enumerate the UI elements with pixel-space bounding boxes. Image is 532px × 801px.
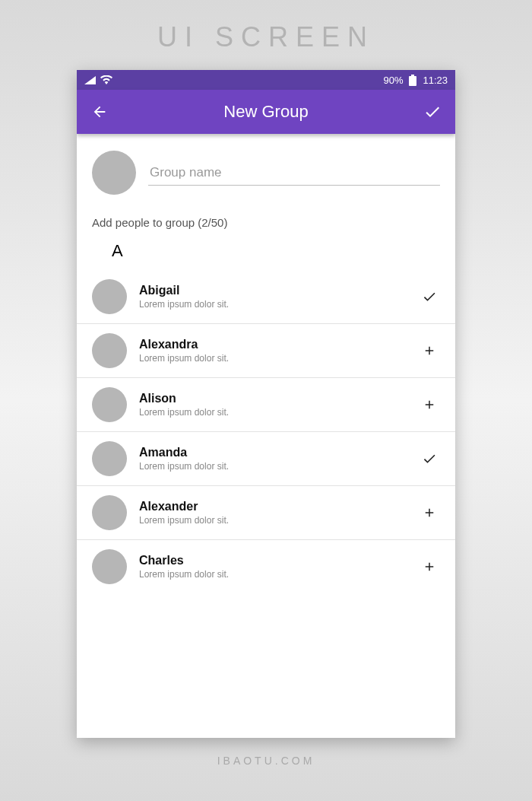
contact-name: Alexander: [139, 500, 407, 513]
check-icon: [423, 103, 442, 121]
contact-subtitle: Lorem ipsum dolor sit.: [139, 569, 407, 580]
back-button[interactable]: [87, 100, 112, 124]
avatar: [92, 333, 127, 368]
battery-icon: [409, 75, 416, 86]
selected-toggle[interactable]: [419, 448, 440, 469]
content-area: Add people to group (2/50) A AbigailLore…: [77, 134, 455, 738]
contact-name: Alexandra: [139, 338, 407, 351]
add-people-label: Add people to group (2/50): [77, 202, 455, 237]
wifi-icon: [100, 75, 112, 84]
selected-toggle[interactable]: [419, 286, 440, 307]
clock: 11:23: [423, 75, 448, 86]
avatar: [92, 279, 127, 314]
plus-icon: [423, 506, 436, 520]
avatar: [92, 549, 127, 584]
plus-icon: [423, 560, 436, 574]
plus-icon: [423, 398, 436, 412]
contacts-list: AbigailLorem ipsum dolor sit.AlexandraLo…: [77, 270, 455, 593]
add-toggle[interactable]: [419, 394, 440, 415]
add-toggle[interactable]: [419, 502, 440, 523]
phone-frame: 90% 11:23 New Group Add people to group …: [77, 70, 455, 738]
confirm-button[interactable]: [420, 100, 445, 124]
contact-subtitle: Lorem ipsum dolor sit.: [139, 515, 407, 526]
contact-text: AmandaLorem ipsum dolor sit.: [139, 446, 407, 472]
contact-row[interactable]: CharlesLorem ipsum dolor sit.: [77, 540, 455, 593]
battery-percent: 90%: [383, 75, 403, 86]
signal-icon: [84, 76, 96, 84]
arrow-left-icon: [91, 103, 108, 120]
group-name-input[interactable]: [148, 161, 440, 186]
contact-text: AbigailLorem ipsum dolor sit.: [139, 284, 407, 310]
contact-name: Abigail: [139, 284, 407, 297]
app-bar: New Group: [77, 90, 455, 134]
avatar: [92, 441, 127, 476]
contact-text: AlisonLorem ipsum dolor sit.: [139, 392, 407, 418]
section-letter: A: [77, 237, 455, 270]
avatar: [92, 495, 127, 530]
status-bar: 90% 11:23: [77, 70, 455, 90]
contact-name: Amanda: [139, 446, 407, 459]
page-footer: IBAOTU.COM: [217, 755, 315, 767]
contact-subtitle: Lorem ipsum dolor sit.: [139, 353, 407, 364]
check-icon: [422, 451, 437, 466]
contact-row[interactable]: AmandaLorem ipsum dolor sit.: [77, 432, 455, 486]
appbar-title: New Group: [112, 102, 420, 122]
avatar: [92, 387, 127, 422]
contact-text: AlexanderLorem ipsum dolor sit.: [139, 500, 407, 526]
svg-rect-0: [411, 75, 414, 76]
contact-name: Charles: [139, 554, 407, 567]
check-icon: [422, 289, 437, 304]
contact-name: Alison: [139, 392, 407, 405]
contact-text: AlexandraLorem ipsum dolor sit.: [139, 338, 407, 364]
add-toggle[interactable]: [419, 556, 440, 577]
contact-row[interactable]: AbigailLorem ipsum dolor sit.: [77, 270, 455, 324]
contact-row[interactable]: AlexanderLorem ipsum dolor sit.: [77, 486, 455, 540]
plus-icon: [423, 344, 436, 358]
group-name-row: [77, 134, 455, 202]
contact-subtitle: Lorem ipsum dolor sit.: [139, 299, 407, 310]
group-avatar-placeholder[interactable]: [92, 151, 136, 195]
contact-subtitle: Lorem ipsum dolor sit.: [139, 407, 407, 418]
contact-row[interactable]: AlisonLorem ipsum dolor sit.: [77, 378, 455, 432]
contact-row[interactable]: AlexandraLorem ipsum dolor sit.: [77, 324, 455, 378]
page-heading: UI SCREEN: [157, 21, 375, 53]
contact-text: CharlesLorem ipsum dolor sit.: [139, 554, 407, 580]
contact-subtitle: Lorem ipsum dolor sit.: [139, 461, 407, 472]
svg-rect-1: [409, 76, 416, 86]
add-toggle[interactable]: [419, 340, 440, 361]
